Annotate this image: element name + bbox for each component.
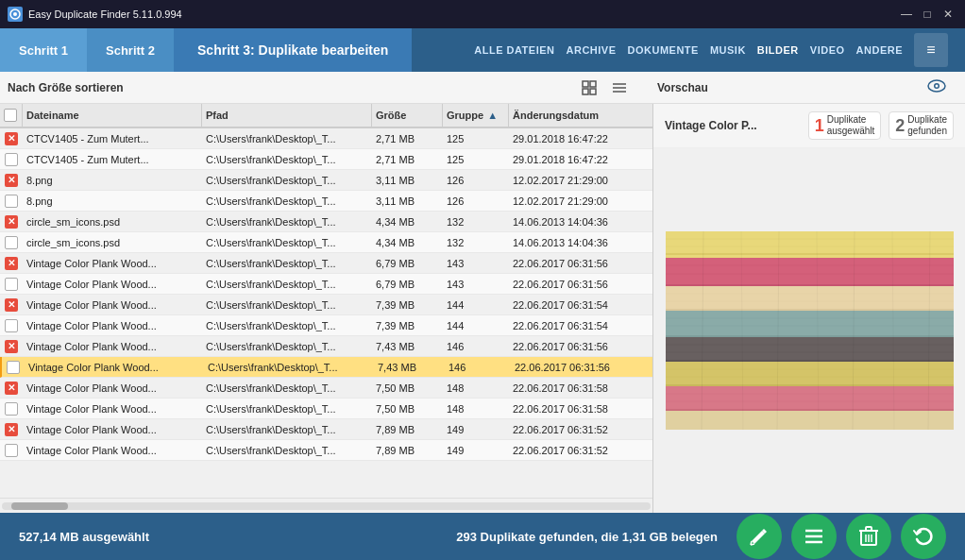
dup-found-label: Duplikategefunden (907, 114, 947, 137)
unchecked-box[interactable] (5, 153, 18, 166)
table-row[interactable]: circle_sm_icons.psdC:\Users\frank\Deskto… (0, 232, 652, 253)
select-all-checkbox[interactable] (4, 109, 17, 122)
table-row[interactable]: ✕Vintage Color Plank Wood...C:\Users\fra… (0, 295, 652, 315)
table-row[interactable]: Vintage Color Plank Wood...C:\Users\fran… (0, 274, 652, 295)
nav-link-andere[interactable]: ANDERE (856, 44, 903, 56)
tab-step2[interactable]: Schritt 2 (87, 28, 174, 72)
eye-icon[interactable] (927, 79, 946, 96)
preview-info: Vintage Color P... 1 Duplikateausgewählt… (653, 104, 965, 148)
row-checkbox[interactable] (0, 232, 23, 252)
unchecked-box[interactable] (5, 236, 18, 249)
cell-date: 12.02.2017 21:29:00 (509, 191, 652, 211)
cell-name: CTCV1405 - Zum Mutert... (23, 128, 202, 148)
col-header-size[interactable]: Größe (372, 104, 443, 127)
col-header-path[interactable]: Pfad (202, 104, 372, 127)
cell-path: C:\Users\frank\Desktop\_T... (202, 253, 372, 273)
delete-button[interactable] (846, 514, 891, 559)
table-row[interactable]: ✕8.pngC:\Users\frank\Desktop\_T...3,11 M… (0, 170, 652, 191)
selected-size-text: 527,14 MB ausgewählt (19, 530, 456, 544)
table-row[interactable]: Vintage Color Plank Wood...C:\Users\fran… (0, 399, 652, 419)
unchecked-box[interactable] (7, 361, 20, 374)
nav-link-video[interactable]: VIDEO (810, 44, 845, 56)
cell-name: Vintage Color Plank Wood... (23, 295, 202, 314)
row-checkbox[interactable] (0, 315, 23, 335)
maximize-button[interactable]: □ (918, 5, 937, 24)
nav-link-dokumente[interactable]: DOKUMENTE (628, 44, 699, 56)
col-header-date[interactable]: Änderungsdatum (509, 104, 652, 127)
cell-name: 8.png (23, 191, 202, 211)
edit-button[interactable] (736, 514, 782, 559)
dup-found-count: 2 (895, 116, 905, 136)
grid-view-button[interactable] (578, 76, 601, 99)
sort-label: Nach Größe sortieren (8, 81, 124, 94)
row-checkbox[interactable] (2, 357, 25, 377)
tab-step3[interactable]: Schritt 3: Duplikate bearbeiten (174, 28, 412, 72)
row-checkbox[interactable]: ✕ (0, 419, 23, 439)
row-checkbox[interactable]: ✕ (0, 253, 23, 273)
nav-link-bilder[interactable]: BILDER (757, 44, 799, 56)
table-row[interactable]: ✕Vintage Color Plank Wood...C:\Users\fra… (0, 253, 652, 274)
minimize-button[interactable]: — (897, 5, 916, 24)
unchecked-box[interactable] (5, 319, 18, 332)
cell-group: 132 (443, 212, 509, 231)
row-checkbox[interactable]: ✕ (0, 128, 23, 148)
duplicates-found-badge: 2 Duplikategefunden (889, 111, 954, 140)
nav-link-all[interactable]: ALLE DATEIEN (474, 44, 554, 56)
row-checkbox[interactable]: ✕ (0, 170, 23, 190)
cell-size: 6,79 MB (372, 274, 443, 294)
nav-link-musik[interactable]: MUSIK (710, 44, 746, 56)
row-checkbox[interactable]: ✕ (0, 212, 23, 231)
tab-step1[interactable]: Schritt 1 (0, 28, 87, 72)
table-row[interactable]: ✕CTCV1405 - Zum Mutert...C:\Users\frank\… (0, 128, 652, 149)
horizontal-scrollbar[interactable] (0, 498, 652, 513)
row-checkbox[interactable] (0, 149, 23, 169)
unchecked-box[interactable] (5, 278, 18, 291)
list-action-button[interactable] (791, 514, 837, 559)
row-checkbox[interactable]: ✕ (0, 378, 23, 398)
row-checkbox[interactable] (0, 191, 23, 211)
table-row[interactable]: Vintage Color Plank Wood...C:\Users\fran… (0, 440, 652, 461)
cell-name: Vintage Color Plank Wood... (23, 378, 202, 398)
nav-link-archive[interactable]: ARCHIVE (567, 44, 617, 56)
list-view-button[interactable] (608, 76, 631, 99)
cell-date: 14.06.2013 14:04:36 (509, 212, 652, 231)
cell-size: 4,34 MB (372, 232, 443, 252)
col-header-group[interactable]: Gruppe ▲ (443, 104, 509, 127)
cell-group: 149 (443, 419, 509, 439)
cell-path: C:\Users\frank\Desktop\_T... (204, 357, 374, 377)
preview-area: Vintage Color P... 1 Duplikateausgewählt… (653, 104, 965, 513)
table-row[interactable]: ✕Vintage Color Plank Wood...C:\Users\fra… (0, 336, 652, 357)
cell-path: C:\Users\frank\Desktop\_T... (202, 191, 372, 211)
preview-label: Vorschau (657, 81, 927, 94)
cell-name: Vintage Color Plank Wood... (23, 253, 202, 273)
col-header-filename[interactable]: Dateiname (23, 104, 202, 127)
unchecked-box[interactable] (5, 402, 18, 416)
row-checkbox[interactable] (0, 274, 23, 294)
cell-size: 2,71 MB (372, 128, 443, 148)
table-row[interactable]: Vintage Color Plank Wood...C:\Users\fran… (0, 357, 652, 378)
cell-group: 149 (443, 440, 509, 460)
unchecked-box[interactable] (5, 195, 18, 208)
cell-size: 3,11 MB (372, 170, 443, 190)
row-checkbox[interactable] (0, 399, 23, 418)
close-button[interactable]: ✕ (939, 5, 957, 24)
cell-group: 146 (443, 336, 509, 356)
cell-date: 22.06.2017 06:31:56 (509, 274, 652, 294)
cell-path: C:\Users\frank\Desktop\_T... (202, 274, 372, 294)
row-checkbox[interactable] (0, 440, 23, 460)
row-checkbox[interactable]: ✕ (0, 336, 23, 356)
table-row[interactable]: Vintage Color Plank Wood...C:\Users\fran… (0, 315, 652, 336)
cell-path: C:\Users\frank\Desktop\_T... (202, 149, 372, 169)
cell-name: CTCV1405 - Zum Mutert... (23, 149, 202, 169)
undo-button[interactable] (901, 514, 946, 559)
table-row[interactable]: ✕Vintage Color Plank Wood...C:\Users\fra… (0, 419, 652, 440)
unchecked-box[interactable] (5, 444, 18, 457)
table-row[interactable]: 8.pngC:\Users\frank\Desktop\_T...3,11 MB… (0, 191, 652, 212)
hamburger-button[interactable]: ≡ (914, 33, 948, 67)
table-row[interactable]: ✕Vintage Color Plank Wood...C:\Users\fra… (0, 378, 652, 399)
svg-rect-3 (590, 81, 596, 87)
cell-size: 7,50 MB (372, 399, 443, 418)
row-checkbox[interactable]: ✕ (0, 295, 23, 314)
table-row[interactable]: CTCV1405 - Zum Mutert...C:\Users\frank\D… (0, 149, 652, 170)
table-row[interactable]: ✕circle_sm_icons.psdC:\Users\frank\Deskt… (0, 212, 652, 232)
